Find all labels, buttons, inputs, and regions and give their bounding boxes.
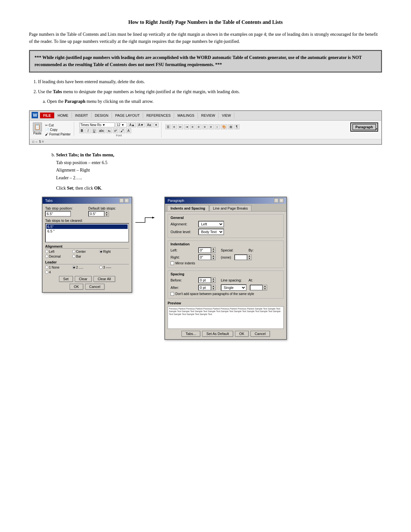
leader-3-radio[interactable]: 3 ----- bbox=[99, 266, 125, 269]
cut-button[interactable]: ✂ Cut bbox=[44, 123, 71, 127]
indents-spacing-tab[interactable]: Indents and Spacing bbox=[167, 205, 209, 211]
para-tabs-button[interactable]: Tabs... bbox=[181, 331, 200, 337]
set-button[interactable]: Set bbox=[59, 276, 73, 282]
indent-right-down[interactable]: ▼ bbox=[211, 257, 215, 260]
alignment-para-select[interactable]: Left bbox=[198, 221, 224, 227]
mirror-indents-checkbox[interactable] bbox=[171, 261, 174, 265]
set-as-default-button[interactable]: Set As Default bbox=[202, 331, 233, 337]
strikethrough-button[interactable]: abc bbox=[98, 128, 105, 133]
align-center-radio[interactable]: Center bbox=[72, 250, 98, 253]
paragraph-buttons: Tabs... Set As Default OK Cancel bbox=[168, 331, 284, 337]
at-input[interactable] bbox=[250, 285, 263, 291]
tab-file[interactable]: FILE bbox=[40, 113, 54, 118]
same-style-checkbox[interactable] bbox=[171, 292, 174, 296]
spinner-down-arrow[interactable]: ▼ bbox=[105, 214, 109, 216]
leader-2-radio[interactable]: 2 ..... bbox=[72, 266, 98, 269]
format-painter-button[interactable]: 🖌 Format Painter bbox=[44, 132, 71, 136]
align-bar-radio[interactable]: Bar bbox=[72, 255, 98, 258]
by-input[interactable] bbox=[234, 254, 247, 260]
text-highlight-button[interactable]: 🖍 bbox=[119, 128, 125, 133]
clear-format-button[interactable]: ✦ bbox=[153, 123, 159, 127]
align-right-button[interactable]: ≡ bbox=[202, 124, 208, 129]
before-input[interactable] bbox=[198, 277, 211, 283]
grow-font-button[interactable]: A▲ bbox=[128, 123, 136, 127]
tab-insert[interactable]: INSERT bbox=[72, 113, 92, 118]
after-down[interactable]: ▼ bbox=[211, 288, 215, 290]
indent-inc-button[interactable]: ⇥ bbox=[184, 124, 189, 129]
at-down[interactable]: ▼ bbox=[263, 288, 267, 290]
paste-button[interactable]: 📋 Paste bbox=[32, 122, 43, 136]
font-name-select[interactable]: Times New Ro ▼ bbox=[79, 123, 115, 127]
tab-review[interactable]: REVIEW bbox=[198, 113, 219, 118]
tabs-ok-button[interactable]: OK bbox=[70, 284, 83, 290]
justify-button[interactable]: ≡ bbox=[209, 124, 214, 129]
clear-all-button[interactable]: Clear All bbox=[93, 276, 115, 282]
indent-left-up[interactable]: ▲ bbox=[211, 248, 215, 250]
align-left-button[interactable]: ≡ bbox=[190, 124, 195, 129]
tab-mailings[interactable]: MAILINGS bbox=[174, 113, 198, 118]
align-right-dot bbox=[99, 250, 103, 253]
tab-design[interactable]: DESIGN bbox=[92, 113, 112, 118]
default-tab-stops-spinner[interactable]: ▲ ▼ bbox=[104, 211, 109, 217]
font-color-button[interactable]: A bbox=[126, 128, 131, 133]
show-hide-button[interactable]: ¶ bbox=[234, 124, 240, 129]
leader-1-radio[interactable]: 1 None bbox=[45, 266, 71, 269]
para-cancel-button[interactable]: Cancel bbox=[250, 331, 270, 337]
tabs-listbox[interactable]: 6.5" 6.5 " bbox=[45, 223, 129, 242]
line-page-breaks-tab[interactable]: Line and Page Breaks bbox=[210, 205, 251, 211]
by-down[interactable]: ▼ bbox=[248, 257, 251, 260]
paragraph-dialog-help-button[interactable]: ? bbox=[274, 198, 279, 203]
bold-button[interactable]: B bbox=[79, 128, 84, 133]
leader-4-radio[interactable]: 4 bbox=[45, 271, 71, 274]
outline-level-row: Outline level: Body Text bbox=[171, 229, 281, 235]
by-up[interactable]: ▲ bbox=[248, 255, 251, 257]
indent-right-input[interactable] bbox=[198, 254, 211, 260]
listbox-item-1[interactable]: 6.5" bbox=[46, 224, 128, 229]
listbox-item-2[interactable]: 6.5 " bbox=[46, 229, 128, 233]
after-up[interactable]: ▲ bbox=[211, 285, 215, 288]
tab-home[interactable]: HOME bbox=[54, 113, 72, 118]
bullets-button[interactable]: ☰ bbox=[165, 124, 171, 129]
after-input[interactable] bbox=[198, 285, 211, 291]
superscript-button[interactable]: x² bbox=[113, 128, 118, 133]
general-label: General bbox=[171, 216, 281, 220]
line-spacing-button[interactable]: ↕ bbox=[215, 124, 220, 129]
copy-button[interactable]: 📄 Copy bbox=[44, 128, 71, 132]
leader-radio-group: 1 None 2 ..... 3 ----- 4 bbox=[45, 266, 129, 274]
tabs-dialog-help-button[interactable]: ? bbox=[119, 198, 124, 203]
align-center-button[interactable]: ≡ bbox=[196, 124, 201, 129]
underline-button[interactable]: U bbox=[92, 128, 97, 133]
before-down[interactable]: ▼ bbox=[211, 280, 215, 283]
tab-stop-position-input[interactable] bbox=[45, 211, 71, 217]
clear-button[interactable]: Clear bbox=[75, 276, 92, 282]
shrink-font-button[interactable]: A▼ bbox=[137, 123, 145, 127]
indent-dec-button[interactable]: ⇤ bbox=[178, 124, 183, 129]
numbering-button[interactable]: ≡ bbox=[172, 124, 177, 129]
tab-page-layout[interactable]: PAGE LAYOUT bbox=[112, 113, 143, 118]
paragraph-launcher-icon[interactable]: ↗ bbox=[375, 128, 377, 131]
change-case-button[interactable]: Aa bbox=[146, 123, 152, 127]
shading-button[interactable]: 🎨 bbox=[221, 124, 227, 129]
indent-left-down[interactable]: ▼ bbox=[211, 250, 215, 253]
para-ok-button[interactable]: OK bbox=[235, 331, 249, 337]
before-up[interactable]: ▲ bbox=[211, 278, 215, 280]
outline-level-select[interactable]: Body Text bbox=[198, 229, 224, 235]
default-tab-stops-input[interactable] bbox=[88, 211, 104, 217]
indent-left-input[interactable] bbox=[198, 247, 211, 253]
align-right-radio[interactable]: Right bbox=[99, 250, 125, 253]
align-left-radio[interactable]: Left bbox=[45, 250, 71, 253]
subscript-button[interactable]: x₂ bbox=[106, 128, 112, 133]
tab-references[interactable]: REFERENCES bbox=[143, 113, 174, 118]
at-up[interactable]: ▲ bbox=[263, 285, 267, 288]
paragraph-dialog-close-button[interactable]: ✕ bbox=[279, 198, 284, 203]
tab-view[interactable]: VIEW bbox=[219, 113, 234, 118]
indent-right-up[interactable]: ▲ bbox=[211, 255, 215, 257]
tabs-cancel-button[interactable]: Cancel bbox=[85, 284, 104, 290]
spinner-up-arrow[interactable]: ▲ bbox=[105, 211, 109, 214]
tabs-dialog-close-button[interactable]: ✕ bbox=[124, 198, 129, 203]
font-size-select[interactable]: 12 ▼ bbox=[116, 123, 127, 127]
borders-button[interactable]: ⊞ bbox=[228, 124, 233, 129]
italic-button[interactable]: I bbox=[85, 128, 91, 133]
align-decimal-radio[interactable]: Decimal bbox=[45, 255, 71, 258]
line-spacing-select[interactable]: Single bbox=[221, 284, 247, 291]
